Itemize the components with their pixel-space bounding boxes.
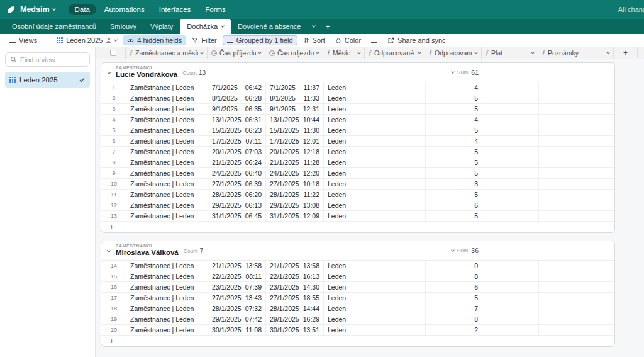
cell-mesic[interactable]: Leden: [324, 303, 365, 314]
field-header-odpracovano[interactable]: ƒOdpracovano: [425, 47, 482, 59]
cell-cas-odjezdu[interactable]: 21/1/202513:58: [266, 261, 324, 271]
tab-smlouvy[interactable]: Smlouvy: [103, 19, 143, 34]
cell-cas-prijezdu[interactable]: 15/1/202506:23: [208, 125, 266, 135]
cell-odpracovane-hodiny[interactable]: [365, 200, 426, 210]
cell-poznamky[interactable]: [539, 125, 614, 135]
cell-cas-odjezdu[interactable]: 31/1/202512:09: [266, 211, 324, 221]
cell-zamestnanec-a-mesic[interactable]: Zaměstnanec | Leden: [126, 325, 208, 335]
cell-odpracovane-hodiny[interactable]: [365, 271, 426, 281]
cell-mesic[interactable]: Leden: [324, 314, 365, 324]
cell-plat[interactable]: [482, 125, 539, 135]
share-button[interactable]: Share and sync: [383, 35, 450, 45]
cell-mesic[interactable]: Leden: [324, 271, 365, 281]
cell-mesic[interactable]: Leden: [324, 211, 365, 221]
color-button[interactable]: Color: [331, 35, 365, 45]
cell-cas-prijezdu[interactable]: 28/1/202506:20: [208, 190, 266, 200]
app-menu-chevron-icon[interactable]: [52, 7, 56, 11]
row-height-button[interactable]: [367, 37, 382, 44]
cell-plat[interactable]: [482, 303, 539, 314]
cell-mesic[interactable]: Leden: [324, 157, 365, 167]
cell-odpracovano[interactable]: 7: [426, 303, 482, 314]
cell-mesic[interactable]: Leden: [324, 282, 365, 292]
cell-odpracovane-hodiny[interactable]: [365, 190, 426, 200]
cell-poznamky[interactable]: [539, 147, 614, 157]
field-header-mesic[interactable]: ƒMěsíc: [323, 47, 365, 59]
cell-mesic[interactable]: Leden: [324, 261, 365, 271]
cell-odpracovano[interactable]: 0: [426, 261, 482, 271]
cell-plat[interactable]: [482, 314, 539, 324]
field-header-plat[interactable]: ƒPlat: [482, 47, 538, 59]
cell-cas-prijezdu[interactable]: 30/1/202511:08: [208, 325, 266, 335]
cell-odpracovane-hodiny[interactable]: [365, 104, 426, 114]
cell-poznamky[interactable]: [539, 115, 614, 125]
cell-zamestnanec-a-mesic[interactable]: Zaměstnanec | Leden: [126, 93, 208, 103]
cell-odpracovano[interactable]: 5: [426, 93, 482, 103]
cell-mesic[interactable]: Leden: [324, 115, 365, 125]
cell-zamestnanec-a-mesic[interactable]: Zaměstnanec | Leden: [126, 136, 208, 146]
cell-poznamky[interactable]: [539, 157, 614, 167]
cell-poznamky[interactable]: [539, 282, 614, 292]
cell-odpracovano[interactable]: 2: [426, 325, 482, 335]
cell-mesic[interactable]: Leden: [324, 190, 365, 200]
cell-plat[interactable]: [482, 179, 539, 189]
add-row-button[interactable]: +: [101, 222, 614, 232]
cell-cas-prijezdu[interactable]: 21/1/202513:58: [208, 261, 266, 271]
cell-cas-prijezdu[interactable]: 7/1/202506:42: [208, 82, 266, 93]
cell-odpracovano[interactable]: 5: [426, 211, 482, 221]
cell-cas-odjezdu[interactable]: 15/1/202511:30: [266, 125, 324, 135]
cell-poznamky[interactable]: [539, 82, 614, 93]
cell-cas-odjezdu[interactable]: 30/1/202513:51: [266, 325, 324, 335]
cell-cas-prijezdu[interactable]: 20/1/202507:03: [208, 147, 266, 157]
nav-interfaces[interactable]: Interfaces: [153, 4, 197, 15]
view-item-leden-2025[interactable]: Leden 2025: [5, 72, 90, 88]
cell-cas-prijezdu[interactable]: 21/1/202506:24: [208, 157, 266, 167]
cell-zamestnanec-a-mesic[interactable]: Zaměstnanec | Leden: [126, 104, 208, 114]
cell-plat[interactable]: [482, 261, 539, 271]
field-header-cas-prijezdu[interactable]: Čas příjezdu: [208, 47, 265, 59]
find-view-input[interactable]: [20, 56, 85, 64]
cell-cas-prijezdu[interactable]: 9/1/202506:35: [208, 104, 266, 114]
cell-odpracovano[interactable]: 5: [426, 104, 482, 114]
cell-odpracovane-hodiny[interactable]: [365, 168, 426, 178]
cell-cas-odjezdu[interactable]: 24/1/202512:20: [266, 168, 324, 178]
find-view-search[interactable]: [5, 52, 90, 67]
nav-forms[interactable]: Forms: [199, 4, 232, 15]
cell-mesic[interactable]: Leden: [324, 136, 365, 146]
cell-odpracovane-hodiny[interactable]: [365, 211, 426, 221]
cell-poznamky[interactable]: [539, 136, 614, 146]
cell-cas-prijezdu[interactable]: 29/1/202506:13: [208, 200, 266, 210]
cell-cas-prijezdu[interactable]: 28/1/202507:32: [208, 303, 266, 314]
cell-zamestnanec-a-mesic[interactable]: Zaměstnanec | Leden: [126, 168, 208, 178]
cell-zamestnanec-a-mesic[interactable]: Zaměstnanec | Leden: [126, 314, 208, 324]
cell-odpracovane-hodiny[interactable]: [365, 282, 426, 292]
cell-cas-odjezdu[interactable]: 7/1/202511:37: [266, 82, 324, 93]
cell-mesic[interactable]: Leden: [324, 104, 365, 114]
cell-odpracovane-hodiny[interactable]: [365, 93, 426, 103]
tab-dovolene-a-absence[interactable]: Dovolené a absence: [231, 19, 308, 34]
cell-mesic[interactable]: Leden: [324, 200, 365, 210]
cell-cas-odjezdu[interactable]: 8/1/202511:33: [266, 93, 324, 103]
cell-plat[interactable]: [482, 147, 539, 157]
cell-cas-odjezdu[interactable]: 9/1/202512:31: [266, 104, 324, 114]
cell-cas-odjezdu[interactable]: 29/1/202516:29: [266, 314, 324, 324]
cell-zamestnanec-a-mesic[interactable]: Zaměstnanec | Leden: [126, 271, 208, 281]
cell-poznamky[interactable]: [539, 261, 614, 271]
cell-odpracovane-hodiny[interactable]: [365, 157, 426, 167]
cell-poznamky[interactable]: [539, 325, 614, 335]
cell-mesic[interactable]: Leden: [324, 147, 365, 157]
add-row-button[interactable]: +: [101, 336, 614, 346]
cell-plat[interactable]: [482, 82, 539, 93]
sort-button[interactable]: Sort: [299, 35, 330, 45]
cell-plat[interactable]: [482, 168, 539, 178]
cell-odpracovane-hodiny[interactable]: [365, 293, 426, 303]
cell-cas-prijezdu[interactable]: 27/1/202506:39: [208, 179, 266, 189]
cell-plat[interactable]: [482, 136, 539, 146]
cell-mesic[interactable]: Leden: [324, 168, 365, 178]
cell-plat[interactable]: [482, 190, 539, 200]
cell-odpracovane-hodiny[interactable]: [365, 82, 426, 93]
cell-odpracovano[interactable]: 4: [426, 136, 482, 146]
cell-cas-odjezdu[interactable]: 29/1/202513:08: [266, 200, 324, 210]
cell-zamestnanec-a-mesic[interactable]: Zaměstnanec | Leden: [126, 125, 208, 135]
cell-cas-prijezdu[interactable]: 23/1/202507:39: [208, 282, 266, 292]
field-header-cas-odjezdu[interactable]: Čas odjezdu: [265, 47, 323, 59]
